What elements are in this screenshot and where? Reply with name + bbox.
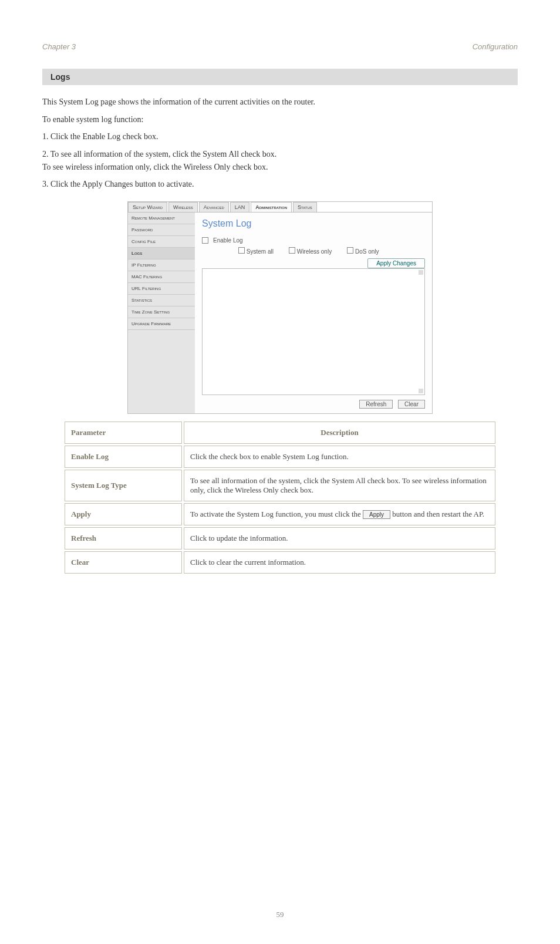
- param-name: Enable Log: [65, 446, 182, 468]
- wireless-only-label: Wireless only: [297, 248, 332, 255]
- sidebar-item-remote-management[interactable]: Remote Management: [128, 213, 195, 224]
- clear-button[interactable]: Clear: [398, 400, 425, 409]
- tab-wireless[interactable]: Wireless: [168, 202, 198, 212]
- wireless-only-checkbox[interactable]: [289, 247, 295, 254]
- step-text: To see all information of the system, cl…: [50, 150, 277, 159]
- sidebar: Remote Management Password Config File L…: [128, 213, 195, 413]
- enable-log-label: Enable Log: [213, 237, 243, 244]
- param-name: Clear: [65, 551, 182, 574]
- tab-strip: Setup Wizard Wireless Advanced LAN Admin…: [128, 202, 432, 213]
- tab-advanced[interactable]: Advanced: [199, 202, 229, 212]
- table-row: Refresh Click to update the information.: [65, 527, 495, 549]
- step-number: 2.: [42, 150, 49, 159]
- inline-apply-button-icon: Apply: [363, 510, 390, 519]
- refresh-button[interactable]: Refresh: [359, 400, 393, 409]
- param-desc: Click the check box to enable System Log…: [184, 446, 495, 468]
- table-row: Apply To activate the System Log functio…: [65, 503, 495, 525]
- sidebar-item-url-filtering[interactable]: URL Filtering: [128, 283, 195, 295]
- log-textarea[interactable]: [202, 268, 425, 395]
- step-text: Click the Enable Log check box.: [50, 132, 158, 141]
- enable-log-checkbox[interactable]: [202, 237, 208, 244]
- tab-administration[interactable]: Administration: [251, 202, 292, 212]
- desc-leading: To activate the System Log function, you…: [190, 510, 363, 518]
- step-item: 1. Click the Enable Log check box.: [42, 130, 518, 143]
- section-heading: Logs: [42, 69, 518, 85]
- router-screenshot: Setup Wizard Wireless Advanced LAN Admin…: [127, 201, 433, 414]
- step-item: 3. Click the Apply Changes button to act…: [42, 178, 518, 191]
- sidebar-item-config-file[interactable]: Config File: [128, 236, 195, 248]
- sidebar-item-logs[interactable]: Logs: [128, 248, 195, 259]
- sidebar-item-password[interactable]: Password: [128, 224, 195, 236]
- system-all-checkbox[interactable]: [238, 247, 245, 254]
- param-name: Apply: [65, 503, 182, 525]
- col-description: Description: [184, 422, 495, 444]
- tab-status[interactable]: Status: [293, 202, 317, 212]
- scroll-down-icon[interactable]: [419, 389, 423, 393]
- param-desc: Click to update the information.: [184, 527, 495, 549]
- step-text: To see wireless information only, click …: [42, 163, 268, 171]
- system-all-label: System all: [247, 248, 274, 255]
- param-desc: Click to clear the current information.: [184, 551, 495, 574]
- step-item: 2. To see all information of the system,…: [42, 148, 518, 173]
- param-name: Refresh: [65, 527, 182, 549]
- parameter-table: Parameter Description Enable Log Click t…: [63, 420, 497, 575]
- sidebar-item-statistics[interactable]: Statistics: [128, 295, 195, 306]
- desc-trailing: button and then restart the AP.: [392, 510, 484, 518]
- dos-only-label: DoS only: [355, 248, 379, 255]
- table-row: Enable Log Click the check box to enable…: [65, 446, 495, 468]
- dos-only-checkbox[interactable]: [347, 247, 353, 254]
- step-text: Click the Apply Changes button to activa…: [50, 180, 194, 188]
- param-desc: To see all information of the system, cl…: [184, 470, 495, 501]
- tab-setup-wizard[interactable]: Setup Wizard: [128, 202, 167, 212]
- chapter-title: Configuration: [473, 42, 518, 51]
- table-header-row: Parameter Description: [65, 422, 495, 444]
- step-number: 3.: [42, 180, 49, 188]
- sidebar-item-ip-filtering[interactable]: IP Filtering: [128, 259, 195, 271]
- table-row: System Log Type To see all information o…: [65, 470, 495, 501]
- scroll-up-icon[interactable]: [419, 270, 423, 275]
- paragraph: To enable system log function:: [42, 113, 518, 126]
- paragraph: This System Log page shows the informati…: [42, 96, 518, 109]
- param-desc: To activate the System Log function, you…: [184, 503, 495, 525]
- page-number: 59: [0, 910, 560, 919]
- content-pane: System Log Enable Log System all Wireles…: [195, 213, 432, 413]
- sidebar-item-mac-filtering[interactable]: MAC Filtering: [128, 271, 195, 283]
- tab-lan[interactable]: LAN: [230, 202, 250, 212]
- chapter-number: Chapter 3: [42, 42, 76, 51]
- table-row: Clear Click to clear the current informa…: [65, 551, 495, 574]
- sidebar-item-upgrade-firmware[interactable]: Upgrade Firmware: [128, 318, 195, 330]
- param-name: System Log Type: [65, 470, 182, 501]
- sidebar-item-time-zone[interactable]: Time Zone Setting: [128, 306, 195, 318]
- step-number: 1.: [42, 132, 49, 141]
- apply-changes-button[interactable]: Apply Changes: [367, 258, 425, 268]
- col-parameter: Parameter: [65, 422, 182, 444]
- page-title: System Log: [202, 218, 425, 229]
